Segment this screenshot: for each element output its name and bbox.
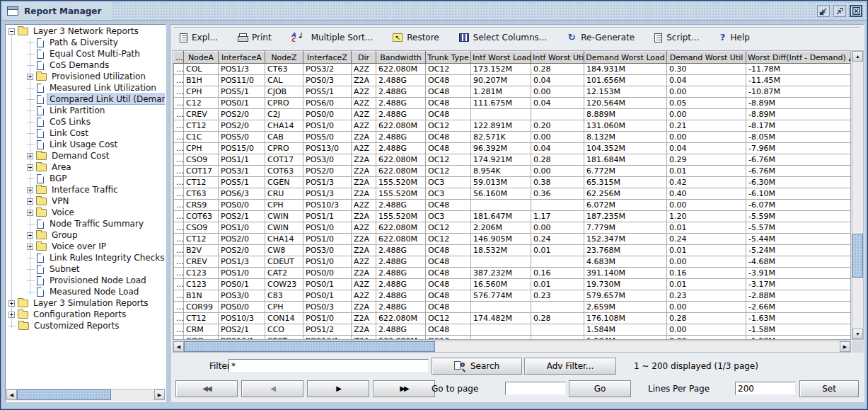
- column-header-nodea[interactable]: NodeA: [184, 52, 219, 64]
- first-page-button[interactable]: ◀◀: [175, 380, 238, 397]
- scroll-left-button[interactable]: ◀: [6, 389, 17, 400]
- tree-item-measured-link-utilization[interactable]: Measured Link Utilization: [6, 82, 165, 93]
- table-row[interactable]: ...COLPOS1/3CT63POS3/2A2Z622.080MOC12173…: [174, 64, 851, 75]
- tree-item-subnet[interactable]: Subnet: [6, 263, 165, 275]
- column-header-nodez[interactable]: NodeZ: [265, 52, 303, 64]
- column-header-row-menu[interactable]: ...: [174, 52, 184, 64]
- tree-item-path-diversity[interactable]: Path & Diversity: [6, 37, 165, 48]
- scroll-down-button[interactable]: ▼: [852, 329, 863, 339]
- tree-item-group[interactable]: Group: [6, 229, 165, 241]
- expand-icon[interactable]: [27, 74, 33, 80]
- tree-item-demand-cost[interactable]: Demand Cost: [6, 150, 165, 161]
- tree-item-vpn[interactable]: VPN: [6, 195, 165, 207]
- expand-icon[interactable]: [27, 244, 33, 250]
- expand-icon[interactable]: [8, 300, 15, 307]
- table-row[interactable]: ...COT63POS2/1CWINPOS1/1Z2A155.520MOC318…: [174, 211, 851, 222]
- window-titlebar[interactable]: Report Manager: [2, 2, 866, 21]
- expl-button[interactable]: Expl...: [178, 31, 219, 44]
- go-button[interactable]: Go: [569, 380, 631, 397]
- tree-item-compared-link-util-deman[interactable]: Compared Link Util (Deman: [6, 93, 165, 105]
- table-row[interactable]: ...B1NPOS3/0C83POS0/1A2Z2.488GOC48576.77…: [174, 290, 851, 302]
- expand-icon[interactable]: [27, 164, 33, 171]
- scroll-left-button[interactable]: ◀: [173, 341, 184, 352]
- scrollbar-thumb[interactable]: [17, 389, 111, 400]
- table-row[interactable]: ...CT12POS5/1CGENPOS1/3Z2A155.520MOC359.…: [174, 177, 851, 188]
- column-header-worst-diff-intf-demand[interactable]: Worst Diff(Intf - Demand)▲: [746, 52, 851, 64]
- table-row[interactable]: ...CREVPOS1/3CDEUTPOS1/0A2Z2.488GOC484.6…: [174, 256, 851, 268]
- print-button[interactable]: Print: [236, 31, 273, 44]
- table-row[interactable]: ...CT12POS2/0CHA14POS1/0Z2A622.080MOC121…: [174, 234, 851, 245]
- tree-item-cos-demands[interactable]: CoS Demands: [6, 59, 165, 71]
- tree-item-link-partition[interactable]: Link Partition: [6, 105, 165, 116]
- table-row[interactable]: ...C12POS0/1CPROPOS6/0A2Z2.488GOC48111.6…: [174, 98, 851, 109]
- scrollbar-thumb[interactable]: [184, 341, 435, 352]
- filter-input[interactable]: [228, 359, 429, 372]
- table-row[interactable]: ...COT17POS3/1COT63POS2/0Z2A622.080MOC12…: [174, 166, 851, 177]
- help-button[interactable]: ?Help: [718, 31, 751, 44]
- tree-item-layer-3-network-reports[interactable]: Layer 3 Network Reports: [6, 25, 165, 37]
- table-row[interactable]: ...C123POS0/1COW23POS0/1A2Z2.488GOC4816.…: [174, 279, 851, 290]
- collapse-icon[interactable]: [8, 28, 15, 35]
- scroll-right-button[interactable]: ▶: [154, 389, 165, 400]
- table-row[interactable]: ...CRMPOS2/1CCOPOS1/2Z2A2.488GOC481.584M…: [174, 324, 851, 336]
- column-header-interfacez[interactable]: InterfaceZ: [303, 52, 352, 64]
- window-maximize-button[interactable]: [833, 5, 846, 17]
- table-row[interactable]: ...CT63POS6/3CRUPOS1/3Z2A155.520MOC356.1…: [174, 188, 851, 200]
- table-row[interactable]: ...CT12POS10/3CON14POS1/0Z2A622.080MOC12…: [174, 313, 851, 324]
- column-header-dir[interactable]: Dir: [352, 52, 376, 64]
- prev-page-button[interactable]: ◀: [241, 380, 303, 397]
- last-page-button[interactable]: ▶▶: [373, 380, 435, 397]
- tree-item-link-rules-integrity-checks[interactable]: Link Rules Integrity Checks: [6, 252, 165, 263]
- scroll-right-button[interactable]: ▶: [840, 341, 850, 352]
- adv-filter-button[interactable]: Adv Filter...: [524, 358, 616, 375]
- tree-item-cos-links[interactable]: CoS Links: [6, 116, 165, 127]
- column-header-intf-worst-load[interactable]: Intf Worst Load: [471, 52, 531, 64]
- restore-button[interactable]: ↖Restore: [391, 31, 441, 44]
- tree-item-node-traffic-summary[interactable]: Node Traffic Summary: [6, 218, 165, 229]
- window-iconify-button[interactable]: [817, 5, 830, 17]
- table-row[interactable]: ...B2VPOS2/0CW8POS3/0Z2A2.488GOC4818.532…: [174, 245, 851, 256]
- table-row[interactable]: ...C1CPOS5/0CABPOS5/0Z2A2.488GOC4882.571…: [174, 132, 851, 143]
- next-page-button[interactable]: ▶: [307, 380, 369, 397]
- search-button[interactable]: Search: [432, 358, 522, 375]
- re-generate-button[interactable]: ↻Re-Generate: [565, 31, 636, 44]
- table-row[interactable]: ...CPHPOS15/0CPROPOS13/0A2Z2.488GOC4896.…: [174, 143, 851, 154]
- tree-item-link-usage-cost[interactable]: Link Usage Cost: [6, 139, 165, 150]
- column-header-trunk-type[interactable]: Trunk Type: [426, 52, 471, 64]
- tree-item-equal-cost-multi-path[interactable]: Equal Cost Multi-Path: [6, 48, 165, 59]
- tree-item-configuration-reports[interactable]: Configuration Reports: [6, 309, 165, 320]
- table-row[interactable]: ...CREVPOS2/0C2JPOS0/0A2Z2.488GOC488.889…: [174, 109, 851, 120]
- script-button[interactable]: Script...: [653, 31, 700, 44]
- tree-item-layer-3-simulation-reports[interactable]: Layer 3 Simulation Reports: [6, 297, 165, 309]
- tree-item-bgp[interactable]: BGP: [6, 173, 165, 184]
- table-row[interactable]: ...B1HPOS11/0CALPOS0/3Z2A2.488GOC4890.20…: [174, 75, 851, 86]
- multiple-sort-button[interactable]: AC↓Multiple Sort...: [290, 31, 375, 44]
- table-row[interactable]: ...CT12POS2/0CHA14POS1/0A2Z622.080MOC121…: [174, 120, 851, 132]
- table-row[interactable]: ...COOPOS12/1CESTPOS12/1Z2A622.080MOC121…: [174, 336, 851, 341]
- column-header-bandwidth[interactable]: Bandwidth: [376, 52, 426, 64]
- expand-icon[interactable]: [8, 312, 15, 318]
- table-row[interactable]: ...CSO9POS1/1COT17POS3/0Z2A622.080MOC121…: [174, 154, 851, 166]
- scroll-up-button[interactable]: ▲: [852, 51, 863, 62]
- expand-icon[interactable]: [27, 210, 33, 216]
- table-row[interactable]: ...COR99POS0/0CPHPOS0/3Z2A2.488GOC482.65…: [174, 302, 851, 313]
- table-row[interactable]: ...C123POS1/0CAT2POS0/0Z2A2.488GOC48387.…: [174, 268, 851, 279]
- table-row[interactable]: ...CSO9POS1/0CWINPOS1/0A2Z622.080MOC122.…: [174, 222, 851, 234]
- tree-item-voice-over-ip[interactable]: Voice over IP: [6, 241, 165, 252]
- column-header-interfacea[interactable]: InterfaceA: [219, 52, 265, 64]
- table-row[interactable]: ...CRS9POS0/0CPHPOS10/3A2Z2.488GOC486.07…: [174, 200, 851, 211]
- tree-item-measured-node-load[interactable]: Measured Node Load: [6, 286, 165, 297]
- select-columns-button[interactable]: Select Columns...: [458, 31, 548, 44]
- tree-item-area[interactable]: Area: [6, 161, 165, 173]
- column-header-intf-worst-util[interactable]: Intf Worst Util: [531, 52, 584, 64]
- table-row[interactable]: ...CPHPOS5/1CJOBPOS5/1A2Z2.488GOC481.281…: [174, 86, 851, 98]
- window-close-button[interactable]: [850, 5, 862, 17]
- tree-item-interface-traffic[interactable]: Interface Traffic: [6, 184, 165, 195]
- tree-item-customized-reports[interactable]: Customized Reports: [6, 320, 165, 331]
- set-button[interactable]: Set: [799, 380, 859, 397]
- lines-per-page-input[interactable]: [735, 382, 796, 395]
- expand-icon[interactable]: [27, 187, 33, 193]
- tree-item-voice[interactable]: Voice: [6, 207, 165, 218]
- tree-item-provisioned-utilization[interactable]: Provisioned Utilization: [6, 71, 165, 82]
- tree-item-link-cost[interactable]: Link Cost: [6, 127, 165, 139]
